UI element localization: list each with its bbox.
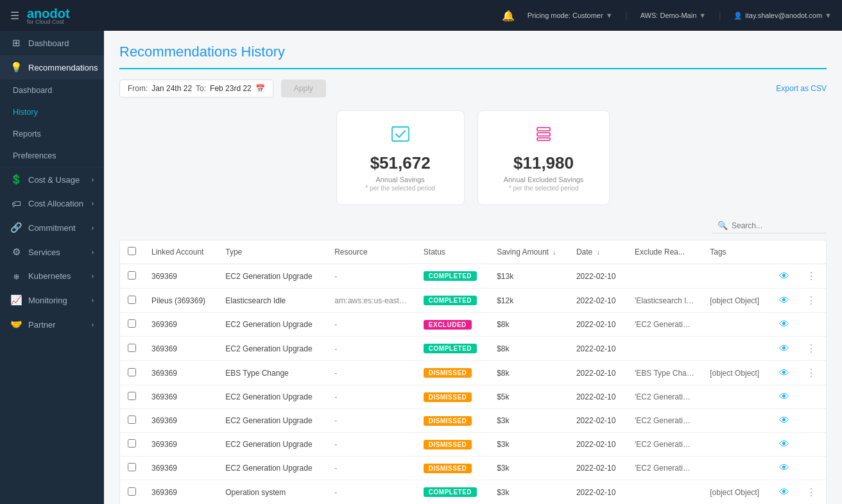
table-row: 369369 EC2 Generation Upgrade - EXCLUDED…: [120, 313, 826, 337]
view-icon-1[interactable]: 👁: [779, 295, 789, 306]
cell-type-9: Operation system: [218, 480, 327, 505]
more-icon-4[interactable]: ⋮: [806, 367, 816, 378]
view-icon-2[interactable]: 👁: [779, 319, 789, 330]
aws-selector[interactable]: AWS: Demo-Main ▼: [640, 12, 707, 19]
cell-status-1: COMPLETED: [416, 289, 489, 313]
col-more: [798, 240, 826, 264]
view-icon-9[interactable]: 👁: [779, 487, 789, 498]
cell-account-7: 369369: [144, 433, 218, 457]
sidebar-item-kubernetes[interactable]: ⎈ Kubernetes ›: [0, 264, 104, 288]
row-checkbox-8[interactable]: [128, 463, 136, 471]
cell-exclude-6: 'EC2 Generation ...: [627, 409, 702, 433]
cell-status-5: DISMISSED: [416, 385, 489, 409]
sidebar-item-monitoring[interactable]: 📈 Monitoring ›: [0, 288, 104, 312]
more-icon-0[interactable]: ⋮: [806, 271, 816, 281]
cell-tags-3: [702, 337, 771, 361]
user-menu[interactable]: 👤 itay.shalev@anodot.com ▼: [734, 12, 832, 20]
cell-status-7: DISMISSED: [416, 433, 489, 457]
cost-allocation-icon: 🏷: [10, 198, 22, 209]
date-from: Jan 24th 22: [151, 84, 192, 93]
sidebar-item-partner[interactable]: 🤝 Partner ›: [0, 312, 104, 337]
select-all-checkbox[interactable]: [128, 247, 136, 255]
view-icon-4[interactable]: 👁: [779, 367, 789, 378]
cell-account-6: 369369: [144, 409, 218, 433]
aws-label: AWS: Demo-Main: [640, 12, 697, 19]
more-icon-1[interactable]: ⋮: [806, 295, 816, 306]
view-icon-3[interactable]: 👁: [779, 343, 789, 354]
excluded-card-icon: [504, 124, 584, 148]
cell-exclude-5: 'EC2 Generation ...: [627, 385, 702, 409]
table-row: Pileus (369369) Elasticsearch Idle arn:a…: [120, 289, 826, 313]
sidebar-item-cost-usage[interactable]: 💲 Cost & Usage ›: [0, 167, 104, 192]
sidebar-item-commitment[interactable]: 🔗 Commitment ›: [0, 215, 104, 240]
more-icon-3[interactable]: ⋮: [806, 343, 816, 354]
row-checkbox-0[interactable]: [128, 271, 136, 280]
cell-account-8: 369369: [144, 457, 218, 480]
table: Linked Account Type Resource Status Savi…: [120, 240, 826, 504]
view-icon-0[interactable]: 👁: [779, 271, 789, 281]
annual-savings-amount: $51,672: [363, 153, 438, 173]
svg-rect-0: [392, 127, 409, 141]
cell-exclude-8: 'EC2 Generation ...: [627, 457, 702, 480]
excluded-savings-card: $11,980 Annual Excluded Savings * per th…: [477, 110, 610, 205]
cell-status-3: COMPLETED: [416, 337, 489, 361]
hamburger-menu[interactable]: ☰: [10, 10, 19, 22]
export-csv-link[interactable]: Export as CSV: [776, 84, 827, 93]
row-checkbox-2[interactable]: [128, 319, 136, 328]
cell-saving-8: $3k: [489, 457, 569, 480]
view-icon-5[interactable]: 👁: [779, 391, 789, 402]
commitment-chevron: ›: [92, 224, 94, 231]
row-checkbox-6[interactable]: [128, 416, 136, 424]
view-icon-6[interactable]: 👁: [779, 415, 789, 426]
cell-account-0: 369369: [144, 264, 218, 289]
cell-resource-6: -: [327, 409, 416, 433]
cell-saving-9: $3k: [489, 480, 569, 505]
view-icon-8[interactable]: 👁: [779, 462, 789, 473]
search-row: 🔍: [119, 218, 827, 233]
row-checkbox-5[interactable]: [128, 392, 136, 400]
cell-tags-7: [702, 433, 771, 457]
cell-date-3: 2022-02-10: [569, 337, 627, 361]
cell-status-2: EXCLUDED: [416, 313, 489, 337]
cell-date-9: 2022-02-10: [569, 480, 627, 505]
cell-exclude-2: 'EC2 Generation ...: [627, 313, 702, 337]
row-checkbox-1[interactable]: [128, 296, 136, 304]
svg-rect-1: [537, 128, 550, 131]
sidebar-item-rec-reports[interactable]: Reports: [0, 123, 104, 145]
sidebar-item-recommendations[interactable]: 💡 Recommendations ▾: [0, 55, 104, 80]
cell-exclude-9: [627, 480, 702, 505]
pricing-chevron: ▼: [606, 12, 613, 19]
sidebar-dashboard-label: Dashboard: [28, 38, 69, 48]
search-input[interactable]: [732, 221, 821, 230]
cell-date-7: 2022-02-10: [569, 433, 627, 457]
svg-rect-3: [537, 138, 550, 140]
to-label: To:: [196, 84, 206, 93]
row-checkbox-9[interactable]: [128, 487, 136, 496]
bell-icon[interactable]: 🔔: [502, 10, 515, 22]
pricing-mode-selector[interactable]: Pricing mode: Customer ▼: [528, 12, 613, 19]
top-navigation: ☰ anodot for Cloud Cost 🔔 Pricing mode: …: [0, 0, 842, 31]
sidebar-item-rec-dashboard[interactable]: Dashboard: [0, 80, 104, 101]
row-checkbox-3[interactable]: [128, 344, 136, 352]
apply-button[interactable]: Apply: [281, 80, 326, 97]
cell-exclude-3: [627, 337, 702, 361]
sidebar-item-services[interactable]: ⚙ Services ›: [0, 240, 104, 264]
cell-resource-4: -: [327, 361, 416, 385]
cell-type-5: EC2 Generation Upgrade: [218, 385, 327, 409]
sidebar-item-rec-history[interactable]: History: [0, 101, 104, 123]
cost-usage-chevron: ›: [92, 176, 94, 183]
date-range-picker[interactable]: From: Jan 24th 22 To: Feb 23rd 22 📅: [119, 80, 273, 97]
col-saving-amount[interactable]: Saving Amount ↓: [489, 240, 569, 264]
row-checkbox-4[interactable]: [128, 368, 136, 376]
row-checkbox-7[interactable]: [128, 439, 136, 448]
sidebar-item-rec-preferences[interactable]: Preferences: [0, 145, 104, 167]
view-icon-7[interactable]: 👁: [779, 439, 789, 449]
sidebar-item-dashboard[interactable]: ⊞ Dashboard: [0, 31, 104, 55]
cell-exclude-1: 'Elasticsearch Id...: [627, 289, 702, 313]
cell-date-5: 2022-02-10: [569, 385, 627, 409]
more-icon-9[interactable]: ⋮: [806, 487, 816, 498]
col-date[interactable]: Date ↓: [569, 240, 627, 264]
cell-tags-8: [702, 457, 771, 480]
savings-card-icon: [363, 124, 438, 148]
sidebar-item-cost-allocation[interactable]: 🏷 Cost Allocation ›: [0, 192, 104, 215]
